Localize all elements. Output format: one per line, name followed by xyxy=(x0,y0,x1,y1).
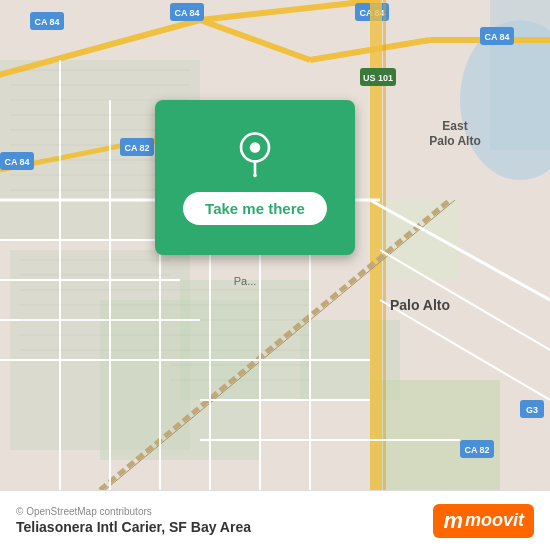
svg-text:CA 82: CA 82 xyxy=(464,445,489,455)
svg-rect-8 xyxy=(490,0,550,150)
moovit-m-letter: m xyxy=(443,508,463,534)
moovit-text: moovit xyxy=(465,510,524,531)
svg-text:East: East xyxy=(442,119,467,133)
svg-rect-9 xyxy=(370,380,500,490)
svg-point-85 xyxy=(253,174,256,177)
footer-left: © OpenStreetMap contributors Teliasonera… xyxy=(16,506,251,535)
svg-text:Palo Alto: Palo Alto xyxy=(390,297,450,313)
svg-text:US 101: US 101 xyxy=(363,73,393,83)
location-card: Take me there xyxy=(155,100,355,255)
svg-text:G3: G3 xyxy=(526,405,538,415)
svg-text:CA 82: CA 82 xyxy=(124,143,149,153)
svg-text:CA 84: CA 84 xyxy=(34,17,59,27)
footer-bar: © OpenStreetMap contributors Teliasonera… xyxy=(0,490,550,550)
svg-text:Pa...: Pa... xyxy=(234,275,257,287)
moovit-logo: m moovit xyxy=(433,504,534,538)
location-title: Teliasonera Intl Carier, SF Bay Area xyxy=(16,519,251,535)
svg-text:CA 84: CA 84 xyxy=(484,32,509,42)
svg-rect-4 xyxy=(180,280,310,400)
map-container: CA 84 CA 84 CA 84 CA 84 US 101 CA 82 CA … xyxy=(0,0,550,490)
map-attribution: © OpenStreetMap contributors xyxy=(16,506,251,517)
svg-text:CA 84: CA 84 xyxy=(4,157,29,167)
svg-text:Palo Alto: Palo Alto xyxy=(429,134,481,148)
take-me-there-button[interactable]: Take me there xyxy=(183,192,327,225)
location-pin-icon xyxy=(231,130,279,178)
svg-text:CA 84: CA 84 xyxy=(174,8,199,18)
svg-point-84 xyxy=(250,142,260,152)
